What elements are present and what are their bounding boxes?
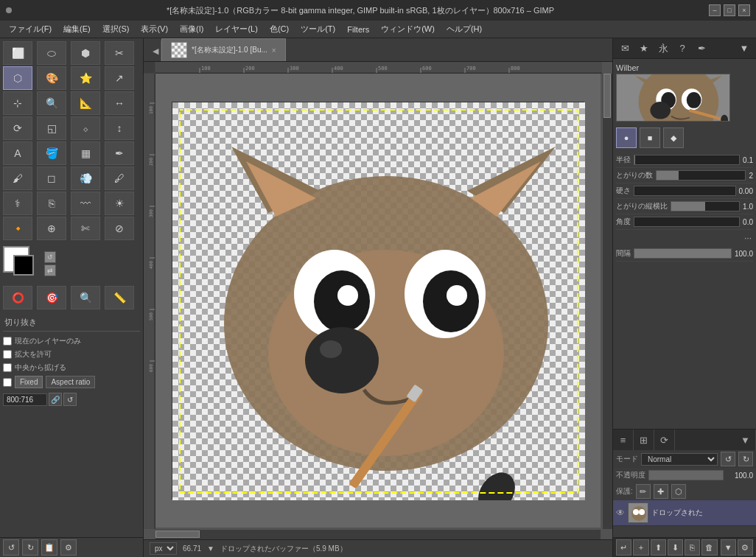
rotate-tool[interactable]: ⟳ <box>3 116 32 140</box>
duplicate-layer-btn[interactable]: ⎘ <box>685 539 700 556</box>
align-tool[interactable]: ↗ <box>105 66 134 90</box>
diamond-shape-btn[interactable]: ◆ <box>663 127 684 148</box>
menu-item-filters[interactable]: Filters <box>341 24 375 35</box>
desaturate-tool[interactable]: 🔸 <box>3 217 32 240</box>
preserve-alpha-icon[interactable]: ⬡ <box>671 484 686 499</box>
raise-layer-btn[interactable]: ⬆ <box>651 539 666 556</box>
zoom-tool[interactable]: 🔍 <box>37 91 66 115</box>
fixed-button[interactable]: Fixed <box>15 376 43 388</box>
foreground-color-swatch[interactable] <box>13 255 34 276</box>
move-tool[interactable]: ⊹ <box>3 91 32 115</box>
unit-selector[interactable]: px % <box>150 542 177 555</box>
crop-tool-icon[interactable]: ✄ <box>71 217 100 240</box>
close-button[interactable]: × <box>738 4 750 16</box>
menu-item-l[interactable]: レイヤー(L) <box>209 22 263 36</box>
menu-item-h[interactable]: ヘルプ(H) <box>441 22 488 36</box>
layer-visibility-icon[interactable]: 👁 <box>616 508 625 518</box>
text-tool[interactable]: A <box>3 141 32 165</box>
expand-center-checkbox[interactable] <box>3 363 12 372</box>
airbrush-tool[interactable]: 💨 <box>71 167 100 190</box>
minimize-button[interactable]: – <box>709 4 721 16</box>
help-icon[interactable]: ? <box>673 41 691 57</box>
bucket-fill-tool[interactable]: 🪣 <box>37 141 66 165</box>
panel-menu-icon[interactable]: ▼ <box>735 41 753 57</box>
radius-bar[interactable] <box>634 155 740 165</box>
foreground-select-tool[interactable]: ⭐ <box>71 66 100 90</box>
smudge-tool[interactable]: 〰 <box>71 192 100 215</box>
spikes-bar[interactable] <box>656 170 746 181</box>
preserve-transparency-icon[interactable]: ✏ <box>636 484 651 499</box>
layer-to-image-size-btn[interactable]: ↵ <box>616 539 631 556</box>
angle-bar[interactable] <box>634 217 740 227</box>
fuzzy-select-tool[interactable]: ⬡ <box>3 66 32 90</box>
layers-tab-list[interactable]: ≡ <box>613 430 634 450</box>
color-picker-tool[interactable]: ⊕ <box>37 217 66 240</box>
vertical-scrollbar[interactable] <box>602 74 612 529</box>
allow-grow-checkbox[interactable] <box>3 350 12 359</box>
rect-select-tool[interactable]: ⬜ <box>3 41 32 65</box>
horizontal-scrollbar[interactable] <box>155 529 601 539</box>
square-shape-btn[interactable]: ■ <box>640 127 660 148</box>
undo-layer-icon[interactable]: ↺ <box>721 452 735 466</box>
canvas-tab-main[interactable]: *[名称未設定]-1.0 [Bu... × <box>161 38 286 61</box>
chain-link-icon[interactable]: 🔗 <box>49 393 62 406</box>
canvas-scroll[interactable] <box>155 74 601 528</box>
swap-colors-icon[interactable]: ⇄ <box>44 265 56 276</box>
delete-layer-btn[interactable]: 🗑 <box>701 539 717 556</box>
spacing-bar[interactable] <box>634 248 732 259</box>
menu-item-c[interactable]: 色(C) <box>264 22 295 36</box>
layers-tab-paths[interactable]: ⟳ <box>654 430 675 450</box>
ink-tool[interactable]: 🖋 <box>105 167 134 190</box>
pencil-tool[interactable]: ✒ <box>105 141 134 165</box>
dodge-burn-tool[interactable]: ☀ <box>105 192 134 215</box>
aspect-bar[interactable] <box>671 201 740 211</box>
menu-item-v[interactable]: 表示(V) <box>135 22 174 36</box>
tool-measure2[interactable]: 📏 <box>105 286 134 309</box>
size-input[interactable] <box>3 393 47 406</box>
reset-colors-icon[interactable]: ↺ <box>44 251 56 263</box>
paths-tool[interactable]: ⊘ <box>105 217 134 240</box>
blend-tool[interactable]: ▦ <box>71 141 100 165</box>
layers-tab-grid[interactable]: ⊞ <box>634 430 654 450</box>
flip-tool[interactable]: ↕ <box>105 116 134 140</box>
layers-menu-btn[interactable]: ▼ <box>721 539 736 556</box>
heal-tool[interactable]: ⚕ <box>3 192 32 215</box>
select-by-color-tool[interactable]: 🎨 <box>37 66 66 90</box>
lower-layer-btn[interactable]: ⬇ <box>668 539 683 556</box>
maximize-button[interactable]: □ <box>724 4 735 16</box>
current-layer-checkbox[interactable] <box>3 337 12 346</box>
history-btn[interactable]: 📋 <box>41 539 57 556</box>
tool-colorpicker2[interactable]: 🎯 <box>37 286 66 309</box>
size-reset-icon[interactable]: ↺ <box>63 393 77 406</box>
menu-item-i[interactable]: 画像(I) <box>174 22 209 36</box>
mail-icon[interactable]: ✉ <box>616 41 634 57</box>
layers-config-btn[interactable]: ⚙ <box>738 539 753 556</box>
menu-item-e[interactable]: 編集(E) <box>57 22 97 36</box>
hardness-bar[interactable] <box>634 186 736 196</box>
menu-item-t[interactable]: ツール(T) <box>295 22 341 36</box>
star-icon[interactable]: ★ <box>635 41 653 57</box>
more-params-btn[interactable]: ··· <box>616 230 753 246</box>
clone-tool[interactable]: ⎘ <box>37 192 66 215</box>
horizontal-scroll-thumb[interactable] <box>155 530 200 538</box>
vertical-scroll-thumb[interactable] <box>603 74 611 118</box>
pen-icon[interactable]: ✒ <box>693 41 710 57</box>
tool-zoom2[interactable]: 🔍 <box>71 286 100 309</box>
eraser-tool[interactable]: ◻ <box>37 167 66 190</box>
measure-tool[interactable]: 📐 <box>71 91 100 115</box>
canvas-nav-left[interactable]: ◀ <box>150 41 161 61</box>
circle-shape-btn[interactable]: ● <box>616 127 637 148</box>
config-btn[interactable]: ⚙ <box>60 539 77 556</box>
free-select-tool[interactable]: ⬢ <box>71 41 100 65</box>
opacity-bar[interactable] <box>648 470 724 480</box>
redo-layer-icon[interactable]: ↻ <box>738 452 753 466</box>
layers-panel-menu[interactable]: ▼ <box>735 430 756 450</box>
undo-btn[interactable]: ↺ <box>3 539 19 556</box>
tab-close-icon[interactable]: × <box>272 46 276 55</box>
preserve-paint-icon[interactable]: ✚ <box>654 484 668 499</box>
menu-item-f[interactable]: ファイル(F) <box>3 22 57 36</box>
fixed-checkbox[interactable] <box>3 378 12 387</box>
tool-paths[interactable]: ⭕ <box>3 286 32 309</box>
new-layer-btn[interactable]: + <box>633 539 648 556</box>
scissors-tool[interactable]: ✂ <box>105 41 134 65</box>
